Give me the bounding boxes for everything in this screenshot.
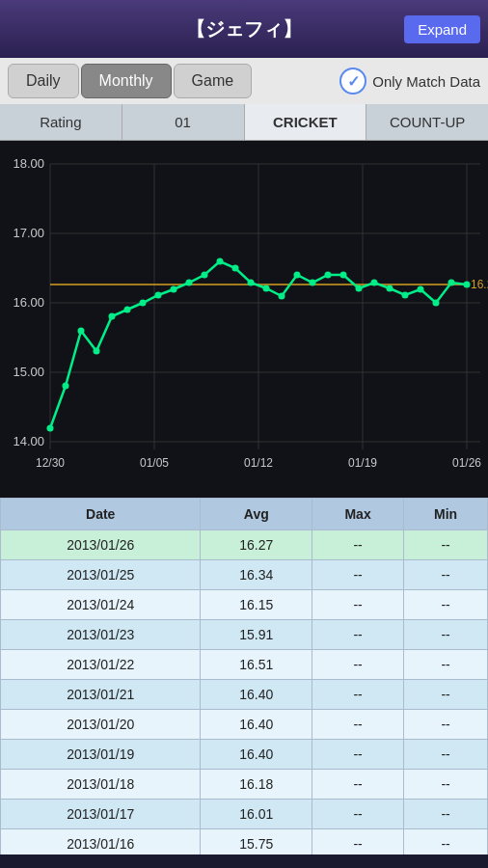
cell-max: -- <box>312 829 404 855</box>
svg-point-39 <box>294 272 301 279</box>
table-row: 2013/01/1816.18---- <box>1 770 488 800</box>
cell-avg: 16.40 <box>201 680 312 710</box>
table-row: 2013/01/1916.40---- <box>1 740 488 770</box>
svg-point-42 <box>340 272 347 279</box>
svg-point-26 <box>94 348 100 355</box>
table-header-row: Date Avg Max Min <box>1 499 488 530</box>
header-title: 【ジェフィ】 <box>186 16 302 42</box>
svg-point-31 <box>171 286 177 293</box>
sub-tab-cricket[interactable]: CRICKET <box>245 104 367 140</box>
svg-point-27 <box>109 313 116 320</box>
header: 【ジェフィ】 Expand <box>0 0 488 58</box>
tab-daily[interactable]: Daily <box>8 64 79 98</box>
cell-avg: 15.75 <box>201 829 312 855</box>
sub-tab-01[interactable]: 01 <box>122 104 245 140</box>
svg-point-44 <box>371 280 378 286</box>
svg-point-24 <box>63 383 69 390</box>
cell-min: -- <box>404 590 488 620</box>
tab-row: Daily Monthly Game Only Match Data <box>0 58 488 104</box>
svg-point-38 <box>279 293 285 300</box>
svg-point-30 <box>155 292 162 299</box>
cell-date: 2013/01/24 <box>1 590 201 620</box>
table-row: 2013/01/2516.34---- <box>1 560 488 590</box>
svg-point-49 <box>448 280 455 286</box>
svg-point-37 <box>263 285 270 292</box>
cell-avg: 16.18 <box>201 770 312 800</box>
svg-point-35 <box>232 265 239 272</box>
cell-min: -- <box>404 680 488 710</box>
chart-area: 18.00 17.00 16.00 15.00 14.00 16.27 12/3… <box>0 141 488 498</box>
svg-text:15.00: 15.00 <box>13 365 44 379</box>
svg-text:01/12: 01/12 <box>244 456 273 470</box>
cell-min: -- <box>404 740 488 770</box>
tab-monthly[interactable]: Monthly <box>81 64 172 98</box>
svg-point-23 <box>47 425 54 432</box>
cell-max: -- <box>312 770 404 800</box>
svg-point-28 <box>124 307 131 313</box>
col-avg: Avg <box>201 499 312 530</box>
data-table: Date Avg Max Min 2013/01/2616.27----2013… <box>0 498 488 854</box>
cell-date: 2013/01/26 <box>1 530 201 560</box>
svg-point-46 <box>402 292 409 299</box>
cell-min: -- <box>404 800 488 829</box>
svg-point-43 <box>356 285 363 292</box>
cell-max: -- <box>312 560 404 590</box>
table-container: Date Avg Max Min 2013/01/2616.27----2013… <box>0 498 488 854</box>
cell-min: -- <box>404 530 488 560</box>
table-row: 2013/01/1615.75---- <box>1 829 488 855</box>
svg-point-29 <box>140 300 147 307</box>
table-row: 2013/01/2016.40---- <box>1 710 488 740</box>
cell-avg: 16.40 <box>201 740 312 770</box>
sub-tabs: Rating 01 CRICKET COUNT-UP <box>0 104 488 141</box>
col-max: Max <box>312 499 404 530</box>
cell-max: -- <box>312 530 404 560</box>
svg-point-33 <box>202 272 208 279</box>
svg-point-50 <box>464 282 471 288</box>
cell-date: 2013/01/17 <box>1 800 201 829</box>
cell-date: 2013/01/20 <box>1 710 201 740</box>
only-match-checkbox[interactable] <box>339 68 366 95</box>
table-row: 2013/01/2216.51---- <box>1 650 488 680</box>
cell-date: 2013/01/23 <box>1 620 201 650</box>
cell-date: 2013/01/18 <box>1 770 201 800</box>
expand-button[interactable]: Expand <box>404 15 480 43</box>
svg-point-25 <box>78 328 85 335</box>
table-row: 2013/01/2616.27---- <box>1 530 488 560</box>
col-date: Date <box>1 499 201 530</box>
cell-max: -- <box>312 740 404 770</box>
sub-tab-countup[interactable]: COUNT-UP <box>366 104 488 140</box>
tab-game[interactable]: Game <box>174 64 253 98</box>
cell-avg: 16.01 <box>201 800 312 829</box>
svg-text:18.00: 18.00 <box>13 156 44 171</box>
cell-min: -- <box>404 560 488 590</box>
table-row: 2013/01/2416.15---- <box>1 590 488 620</box>
svg-point-45 <box>387 285 393 292</box>
cell-avg: 16.51 <box>201 650 312 680</box>
svg-text:14.00: 14.00 <box>13 434 44 448</box>
cell-min: -- <box>404 620 488 650</box>
cell-avg: 15.91 <box>201 620 312 650</box>
svg-point-40 <box>310 280 316 286</box>
cell-min: -- <box>404 770 488 800</box>
svg-point-41 <box>325 272 332 279</box>
cell-date: 2013/01/22 <box>1 650 201 680</box>
svg-point-47 <box>418 286 424 293</box>
cell-date: 2013/01/21 <box>1 680 201 710</box>
table-row: 2013/01/2315.91---- <box>1 620 488 650</box>
col-min: Min <box>404 499 488 530</box>
svg-rect-0 <box>0 141 488 498</box>
cell-max: -- <box>312 800 404 829</box>
cell-date: 2013/01/19 <box>1 740 201 770</box>
cell-date: 2013/01/16 <box>1 829 201 855</box>
cell-date: 2013/01/25 <box>1 560 201 590</box>
sub-tab-rating[interactable]: Rating <box>0 104 122 140</box>
cell-min: -- <box>404 650 488 680</box>
svg-text:01/26: 01/26 <box>452 456 481 470</box>
svg-point-32 <box>186 280 193 286</box>
cell-avg: 16.34 <box>201 560 312 590</box>
cell-avg: 16.27 <box>201 530 312 560</box>
cell-avg: 16.15 <box>201 590 312 620</box>
svg-point-34 <box>217 258 224 265</box>
cell-max: -- <box>312 590 404 620</box>
cell-max: -- <box>312 680 404 710</box>
